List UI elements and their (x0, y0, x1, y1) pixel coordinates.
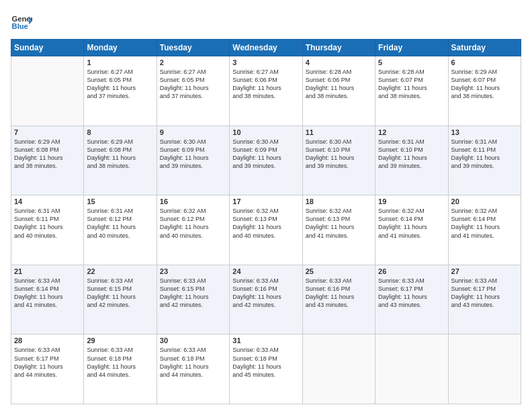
day-number: 30 (160, 336, 226, 345)
day-number: 12 (378, 128, 445, 136)
calendar-cell: 23Sunrise: 6:33 AM Sunset: 6:15 PM Dayli… (157, 265, 229, 334)
day-info: Sunrise: 6:28 AM Sunset: 6:07 PM Dayligh… (378, 68, 445, 101)
calendar-cell: 18Sunrise: 6:32 AM Sunset: 6:13 PM Dayli… (302, 195, 375, 265)
day-number: 13 (451, 128, 518, 136)
col-header-friday: Friday (375, 40, 448, 56)
day-number: 2 (160, 58, 226, 66)
day-number: 3 (232, 58, 299, 66)
day-number: 1 (87, 58, 153, 66)
header: General Blue (11, 11, 521, 32)
calendar-cell: 11Sunrise: 6:30 AM Sunset: 6:10 PM Dayli… (302, 126, 375, 195)
calendar-week-row: 1Sunrise: 6:27 AM Sunset: 6:05 PM Daylig… (11, 56, 521, 126)
calendar-cell: 25Sunrise: 6:33 AM Sunset: 6:16 PM Dayli… (302, 265, 375, 334)
day-info: Sunrise: 6:33 AM Sunset: 6:15 PM Dayligh… (87, 277, 153, 310)
calendar-cell: 22Sunrise: 6:33 AM Sunset: 6:15 PM Dayli… (84, 265, 157, 334)
day-info: Sunrise: 6:33 AM Sunset: 6:17 PM Dayligh… (14, 346, 81, 379)
calendar-cell: 24Sunrise: 6:33 AM Sunset: 6:16 PM Dayli… (230, 265, 302, 334)
calendar-cell: 8Sunrise: 6:29 AM Sunset: 6:08 PM Daylig… (84, 126, 157, 195)
calendar-week-row: 21Sunrise: 6:33 AM Sunset: 6:14 PM Dayli… (11, 265, 521, 334)
day-number: 28 (14, 336, 81, 345)
day-number: 10 (232, 128, 299, 136)
col-header-monday: Monday (84, 40, 157, 56)
day-number: 15 (87, 197, 153, 205)
calendar-cell: 29Sunrise: 6:33 AM Sunset: 6:18 PM Dayli… (84, 334, 157, 404)
day-info: Sunrise: 6:31 AM Sunset: 6:12 PM Dayligh… (87, 207, 153, 240)
calendar-cell: 4Sunrise: 6:28 AM Sunset: 6:06 PM Daylig… (302, 56, 375, 126)
calendar-cell (11, 56, 84, 126)
day-number: 5 (378, 58, 445, 66)
col-header-thursday: Thursday (302, 40, 375, 56)
day-info: Sunrise: 6:32 AM Sunset: 6:13 PM Dayligh… (306, 207, 372, 240)
calendar-cell: 15Sunrise: 6:31 AM Sunset: 6:12 PM Dayli… (84, 195, 157, 265)
day-number: 27 (451, 267, 518, 275)
col-header-wednesday: Wednesday (230, 40, 302, 56)
calendar-cell (375, 334, 448, 404)
day-number: 7 (14, 128, 81, 136)
calendar-cell: 31Sunrise: 6:33 AM Sunset: 6:18 PM Dayli… (230, 334, 302, 404)
day-number: 26 (378, 267, 445, 275)
calendar-cell: 2Sunrise: 6:27 AM Sunset: 6:05 PM Daylig… (157, 56, 229, 126)
day-info: Sunrise: 6:32 AM Sunset: 6:14 PM Dayligh… (451, 207, 518, 240)
day-info: Sunrise: 6:28 AM Sunset: 6:06 PM Dayligh… (306, 68, 372, 101)
day-number: 6 (451, 58, 518, 66)
calendar-cell: 30Sunrise: 6:33 AM Sunset: 6:18 PM Dayli… (157, 334, 229, 404)
col-header-saturday: Saturday (448, 40, 521, 56)
day-info: Sunrise: 6:30 AM Sunset: 6:09 PM Dayligh… (232, 138, 299, 171)
calendar-cell: 9Sunrise: 6:30 AM Sunset: 6:09 PM Daylig… (157, 126, 229, 195)
day-info: Sunrise: 6:31 AM Sunset: 6:11 PM Dayligh… (14, 207, 81, 240)
calendar-cell: 21Sunrise: 6:33 AM Sunset: 6:14 PM Dayli… (11, 265, 84, 334)
svg-text:Blue: Blue (12, 22, 28, 30)
calendar-cell: 3Sunrise: 6:27 AM Sunset: 6:06 PM Daylig… (230, 56, 302, 126)
calendar-cell: 1Sunrise: 6:27 AM Sunset: 6:05 PM Daylig… (84, 56, 157, 126)
day-number: 8 (87, 128, 153, 136)
calendar-cell (448, 334, 521, 404)
day-info: Sunrise: 6:33 AM Sunset: 6:15 PM Dayligh… (160, 277, 226, 310)
calendar-week-row: 7Sunrise: 6:29 AM Sunset: 6:08 PM Daylig… (11, 126, 521, 195)
day-number: 21 (14, 267, 81, 275)
day-info: Sunrise: 6:30 AM Sunset: 6:09 PM Dayligh… (160, 138, 226, 171)
calendar-cell: 20Sunrise: 6:32 AM Sunset: 6:14 PM Dayli… (448, 195, 521, 265)
calendar-cell: 14Sunrise: 6:31 AM Sunset: 6:11 PM Dayli… (11, 195, 84, 265)
day-info: Sunrise: 6:33 AM Sunset: 6:14 PM Dayligh… (14, 277, 81, 310)
day-number: 9 (160, 128, 226, 136)
calendar-cell: 10Sunrise: 6:30 AM Sunset: 6:09 PM Dayli… (230, 126, 302, 195)
calendar-header-row: SundayMondayTuesdayWednesdayThursdayFrid… (11, 40, 521, 56)
calendar-cell: 17Sunrise: 6:32 AM Sunset: 6:13 PM Dayli… (230, 195, 302, 265)
calendar-week-row: 28Sunrise: 6:33 AM Sunset: 6:17 PM Dayli… (11, 334, 521, 404)
day-number: 16 (160, 197, 226, 205)
logo-icon: General Blue (11, 11, 32, 32)
day-info: Sunrise: 6:27 AM Sunset: 6:05 PM Dayligh… (87, 68, 153, 101)
calendar-cell: 27Sunrise: 6:33 AM Sunset: 6:17 PM Dayli… (448, 265, 521, 334)
calendar-cell: 7Sunrise: 6:29 AM Sunset: 6:08 PM Daylig… (11, 126, 84, 195)
day-number: 29 (87, 336, 153, 345)
col-header-tuesday: Tuesday (157, 40, 229, 56)
calendar-table: SundayMondayTuesdayWednesdayThursdayFrid… (11, 39, 521, 404)
calendar-cell: 12Sunrise: 6:31 AM Sunset: 6:10 PM Dayli… (375, 126, 448, 195)
day-info: Sunrise: 6:33 AM Sunset: 6:16 PM Dayligh… (306, 277, 372, 310)
day-info: Sunrise: 6:32 AM Sunset: 6:14 PM Dayligh… (378, 207, 445, 240)
day-number: 4 (306, 58, 372, 66)
day-info: Sunrise: 6:33 AM Sunset: 6:18 PM Dayligh… (87, 346, 153, 379)
calendar-cell: 16Sunrise: 6:32 AM Sunset: 6:12 PM Dayli… (157, 195, 229, 265)
day-number: 23 (160, 267, 226, 275)
day-number: 18 (306, 197, 372, 205)
calendar-week-row: 14Sunrise: 6:31 AM Sunset: 6:11 PM Dayli… (11, 195, 521, 265)
day-info: Sunrise: 6:29 AM Sunset: 6:07 PM Dayligh… (451, 68, 518, 101)
day-info: Sunrise: 6:31 AM Sunset: 6:10 PM Dayligh… (378, 138, 445, 171)
day-number: 25 (306, 267, 372, 275)
day-info: Sunrise: 6:33 AM Sunset: 6:17 PM Dayligh… (378, 277, 445, 310)
calendar-cell: 13Sunrise: 6:31 AM Sunset: 6:11 PM Dayli… (448, 126, 521, 195)
calendar-cell: 26Sunrise: 6:33 AM Sunset: 6:17 PM Dayli… (375, 265, 448, 334)
day-info: Sunrise: 6:27 AM Sunset: 6:05 PM Dayligh… (160, 68, 226, 101)
day-number: 24 (232, 267, 299, 275)
calendar-cell: 6Sunrise: 6:29 AM Sunset: 6:07 PM Daylig… (448, 56, 521, 126)
day-info: Sunrise: 6:32 AM Sunset: 6:12 PM Dayligh… (160, 207, 226, 240)
day-number: 31 (232, 336, 299, 345)
calendar-cell: 5Sunrise: 6:28 AM Sunset: 6:07 PM Daylig… (375, 56, 448, 126)
day-info: Sunrise: 6:30 AM Sunset: 6:10 PM Dayligh… (306, 138, 372, 171)
day-number: 20 (451, 197, 518, 205)
col-header-sunday: Sunday (11, 40, 84, 56)
day-info: Sunrise: 6:33 AM Sunset: 6:17 PM Dayligh… (451, 277, 518, 310)
day-number: 22 (87, 267, 153, 275)
calendar-cell: 19Sunrise: 6:32 AM Sunset: 6:14 PM Dayli… (375, 195, 448, 265)
